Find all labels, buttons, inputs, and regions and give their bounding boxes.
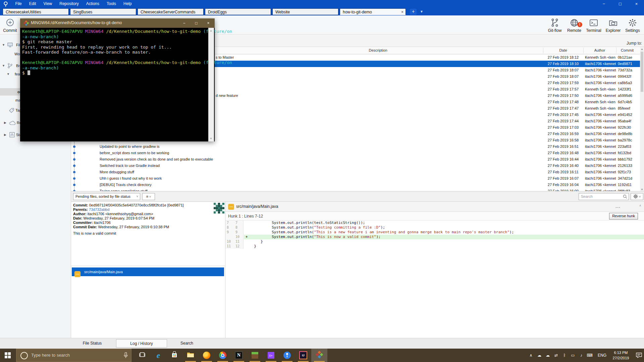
new-tab-button[interactable]: + [410,9,417,15]
microphone-icon[interactable] [124,352,128,358]
battery-icon[interactable]: ▭ [569,349,577,362]
repo-tab-CheesecakeUtilities[interactable]: CheesecakeUtilities [3,8,69,15]
repo-tab-how-to-git-demo[interactable]: how-to-git-demo× [340,8,406,15]
volume-icon[interactable]: ♪ [577,349,585,362]
table-row[interactable]: Switched track to use Gradle instead27 F… [71,163,640,169]
terminal-scrollbar[interactable]: ▲ ▼ [208,28,214,141]
table-row[interactable]: Updated to point to where gradlew is27 F… [71,143,640,150]
language-indicator[interactable]: ENG [598,349,606,362]
window-minimize-button[interactable]: − [596,0,611,8]
scroll-down-icon[interactable]: ▼ [209,137,213,140]
toolbar-label: Settings [621,28,644,33]
column-description[interactable]: Description [277,48,479,52]
parent-commit-link[interactable]: 73d732abbd [89,207,109,212]
column-date[interactable]: Date [543,48,583,52]
taskbar-app-chrome[interactable] [215,349,231,362]
keyboard-icon[interactable]: ⌨ [586,349,594,362]
settings-button[interactable]: Settings [623,17,642,34]
terminal-body[interactable]: Kenneth@LAPTOP-E4G7APVU MINGW64 /d/Kenne… [20,28,215,141]
git-flow-button[interactable]: Git-flow [545,17,564,34]
repo-tab-Website[interactable]: Website [272,8,338,15]
menu-tools[interactable]: Tools [103,0,120,7]
scroll-up-icon[interactable]: ▲ [209,29,213,32]
taskbar-app-minecraft[interactable] [247,349,263,362]
explorer-button[interactable]: Explorer [604,17,623,34]
windows-taskbar: Type here to search eN▻IJ ∧☁☁⇄ᛒ▭♪⌨ ENG 6… [0,349,644,362]
taskbar-search-box[interactable]: Type here to search [16,349,131,362]
commit-date: 27 Feb 2019 16:07 [543,175,583,182]
table-row[interactable]: Uhh i guess i found out why it no work27… [71,175,640,182]
chevron-down-icon[interactable]: ▼ [2,62,5,69]
taskbar-app-edge[interactable]: e [150,349,166,362]
scroll-up-icon[interactable]: ▲ [640,48,644,51]
column-commit[interactable]: Commit [617,48,637,52]
chevron-right-icon[interactable]: ▶ [4,131,6,138]
cloud-icon[interactable]: ☁ [544,349,552,362]
tab-log-history[interactable]: Log / History [116,339,167,348]
window-maximize-button[interactable]: □ [612,0,628,8]
pending-files-dropdown[interactable]: Pending files, sorted by file status ˅ [73,193,140,200]
column-author[interactable]: Author [583,48,616,52]
action-center-icon[interactable] [636,353,642,358]
scroll-up-icon[interactable]: ∧ [639,204,641,207]
sync-icon[interactable]: ⇄ [552,349,560,362]
taskbar-app-maps[interactable] [279,349,295,362]
remote-button[interactable]: !Remote [565,17,584,34]
taskbar-app-task-view[interactable] [134,349,150,362]
terminal-title-bar[interactable]: MINGW64:/d/Kenneth/Documents/how-to-git-… [20,18,215,28]
table-row[interactable]: Removed java version check as its done a… [71,156,640,163]
start-button[interactable] [0,349,16,362]
terminal-button[interactable]: Terminal [584,17,603,34]
tab-search[interactable]: Search [170,339,204,348]
history-scrollbar[interactable]: ▲ ▼ [640,47,644,192]
menu-view[interactable]: View [40,0,56,7]
chevron-right-icon[interactable]: ▶ [4,119,6,126]
terminal-close-button[interactable]: × [203,18,213,28]
repo-tab-SingBuses[interactable]: SingBuses [70,8,136,15]
commit-button[interactable]: Commit [1,17,19,34]
diff-settings-button[interactable]: ˅ [631,193,643,200]
onedrive-icon[interactable]: ☁ [535,349,543,362]
view-options-button[interactable]: ≡ ˅ [142,193,155,200]
table-row[interactable]: [DEBUG] Travis check directory27 Feb 201… [71,182,640,188]
terminal-maximize-button[interactable]: □ [191,18,201,28]
changed-file-row[interactable]: … src/main/java/Main.java [72,267,224,276]
taskbar-app-mintty[interactable] [311,349,327,362]
hidden-icons-chevron[interactable]: ∧ [527,349,535,362]
taskbar-app-firefox[interactable] [199,349,215,362]
mintty-terminal-window[interactable]: MINGW64:/d/Kenneth/Documents/how-to-git-… [20,18,215,141]
tab-file-status[interactable]: File Status [71,339,113,348]
taskbar-app-explorer[interactable] [182,349,199,362]
taskbar-app-twitch[interactable]: ▻ [263,349,279,362]
table-row[interactable]: More debugging stuff27 Feb 2019 16:11ita… [71,169,640,175]
commit-author: itachi1706 <kennet [585,80,616,86]
chevron-down-icon: ˅ [639,195,641,198]
commit-date: 27 Feb 2019 17:45 [543,112,583,118]
task-view-icon [139,351,146,359]
taskbar-app-notion[interactable]: N [231,349,247,362]
commit-hash: ba2978c [618,137,632,143]
repo-tab-DroidEggs[interactable]: DroidEggs [205,8,271,15]
scroll-down-icon[interactable]: ▼ [640,188,644,191]
chevron-down-icon[interactable]: ▼ [2,41,5,49]
repo-tab-CheesecakeServerCommands[interactable]: CheesecakeServerCommands [138,8,204,15]
menu-help[interactable]: Help [120,0,136,7]
menu-file[interactable]: File [11,0,25,7]
chevron-down-icon[interactable]: ▼ [7,70,10,78]
mintty-icon [316,351,323,360]
menu-actions[interactable]: Actions [83,0,103,7]
more-options-button[interactable]: … [615,203,621,209]
tab-list-chevron-icon[interactable]: ▼ [420,9,423,15]
taskbar-app-store[interactable] [166,349,182,362]
terminal-minimize-button[interactable]: − [179,18,189,28]
menu-edit[interactable]: Edit [25,0,40,7]
taskbar-clock[interactable]: 6:13 PM 27/2/2019 [609,350,633,361]
search-input[interactable]: Search [579,193,629,200]
taskbar-app-intellij[interactable]: IJ [295,349,311,362]
window-close-button[interactable]: × [629,0,644,8]
table-row[interactable]: before_script does not seem to be workin… [71,150,640,156]
close-icon[interactable]: × [401,9,404,15]
menu-repository[interactable]: Repository [56,0,82,7]
bluetooth-icon[interactable]: ᛒ [560,349,569,362]
reverse-hunk-button[interactable]: Reverse hunk [609,213,638,220]
